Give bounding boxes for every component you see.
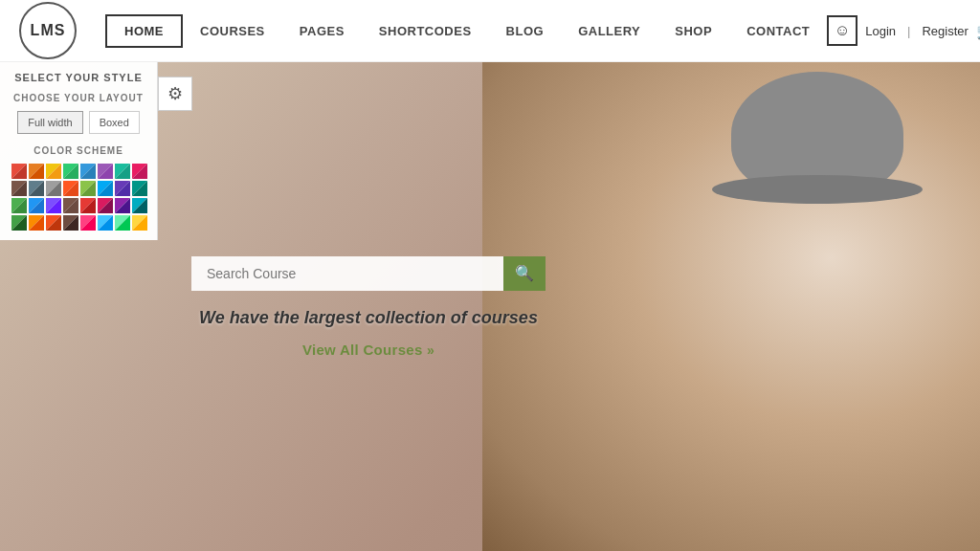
navbar: LMS HOME COURSES PAGES SHORTCODES BLOG G… [0,0,980,62]
color-swatch-30[interactable] [115,215,130,231]
nav-item-gallery[interactable]: GALLERY [561,16,657,46]
nav-item-shortcodes[interactable]: SHORTCODES [362,16,489,46]
chevrons-icon: » [427,342,434,358]
search-input[interactable] [191,256,503,291]
color-swatch-0[interactable] [11,164,27,179]
color-swatch-18[interactable] [46,198,61,213]
color-swatch-4[interactable] [80,164,96,179]
hero-content: 🔍 We have the largest collection of cour… [191,256,546,358]
nav-right: ☺ Login | Register 🛒 0 [827,15,980,46]
color-swatch-3[interactable] [63,164,78,179]
layout-title: CHOOSE YOUR LAYOUT [11,93,145,103]
color-grid [11,164,145,231]
color-scheme-title: COLOR SCHEME [11,145,145,156]
layout-boxed[interactable]: Boxed [89,111,140,134]
cart-icon[interactable]: 🛒 0 [976,22,980,40]
color-swatch-28[interactable] [80,215,96,231]
search-bar: 🔍 [191,256,546,291]
nav-links: HOME COURSES PAGES SHORTCODES BLOG GALLE… [105,14,827,48]
color-swatch-14[interactable] [115,181,130,196]
register-button[interactable]: Register [922,24,968,38]
color-swatch-23[interactable] [132,198,147,213]
nav-item-pages[interactable]: PAGES [282,16,362,46]
color-swatch-10[interactable] [46,181,61,196]
nav-item-courses[interactable]: COURSES [183,16,282,46]
color-swatch-2[interactable] [46,164,61,179]
logo[interactable]: LMS [19,2,77,59]
nav-item-contact[interactable]: CONTACT [729,16,827,46]
color-swatch-26[interactable] [46,215,61,231]
nav-item-blog[interactable]: BLOG [489,16,562,46]
color-swatch-6[interactable] [115,164,130,179]
style-panel: SELECT YOUR STYLE CHOOSE YOUR LAYOUT Ful… [0,62,158,240]
color-swatch-19[interactable] [63,198,78,213]
gear-button[interactable]: ⚙ [158,77,192,111]
nav-item-shop[interactable]: SHOP [657,16,729,46]
layout-buttons: Full width Boxed [11,111,145,134]
color-swatch-20[interactable] [80,198,96,213]
color-swatch-21[interactable] [98,198,113,213]
color-swatch-31[interactable] [132,215,147,231]
color-swatch-13[interactable] [98,181,113,196]
color-swatch-24[interactable] [11,215,27,231]
color-swatch-15[interactable] [132,181,147,196]
hero-tagline: We have the largest collection of course… [191,308,546,328]
color-swatch-8[interactable] [11,181,27,196]
nav-separator: | [907,24,910,38]
color-swatch-29[interactable] [98,215,113,231]
view-all-courses-link[interactable]: View All Courses » [191,342,546,358]
color-swatch-5[interactable] [98,164,113,179]
color-swatch-16[interactable] [11,198,27,213]
color-swatch-17[interactable] [29,198,44,213]
login-button[interactable]: Login [865,24,896,38]
logo-text: LMS [19,2,77,59]
color-swatch-12[interactable] [80,181,96,196]
hero-figure [482,62,980,551]
search-button[interactable]: 🔍 [503,256,546,291]
user-icon[interactable]: ☺ [827,15,858,46]
color-swatch-7[interactable] [132,164,147,179]
color-swatch-1[interactable] [29,164,44,179]
nav-item-home[interactable]: HOME [105,14,183,48]
color-swatch-11[interactable] [63,181,78,196]
style-panel-title: SELECT YOUR STYLE [11,72,145,83]
color-swatch-25[interactable] [29,215,44,231]
color-swatch-22[interactable] [115,198,130,213]
color-swatch-9[interactable] [29,181,44,196]
color-swatch-27[interactable] [63,215,78,231]
layout-full-width[interactable]: Full width [17,111,82,134]
hat-decoration [731,72,903,196]
